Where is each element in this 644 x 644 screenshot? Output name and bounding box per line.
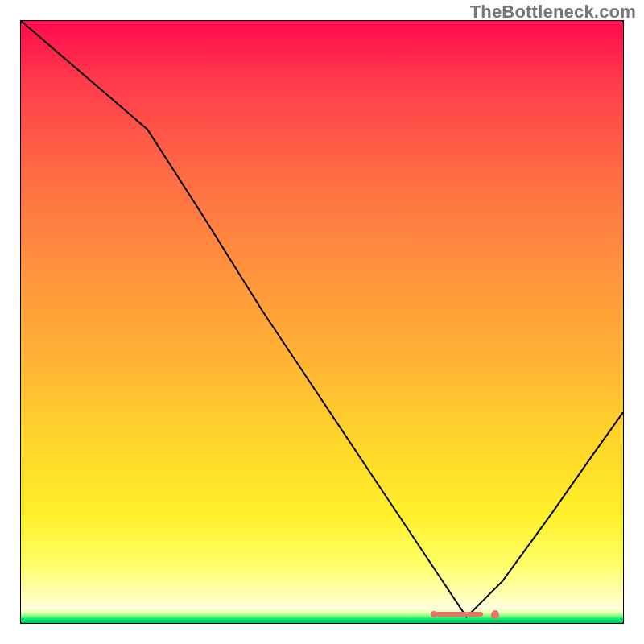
chart-stage: TheBottleneck.com bbox=[0, 0, 644, 644]
plot-frame bbox=[20, 20, 624, 624]
bottleneck-curve bbox=[21, 21, 623, 623]
watermark-label: TheBottleneck.com bbox=[470, 2, 636, 23]
curve-path bbox=[21, 21, 623, 617]
